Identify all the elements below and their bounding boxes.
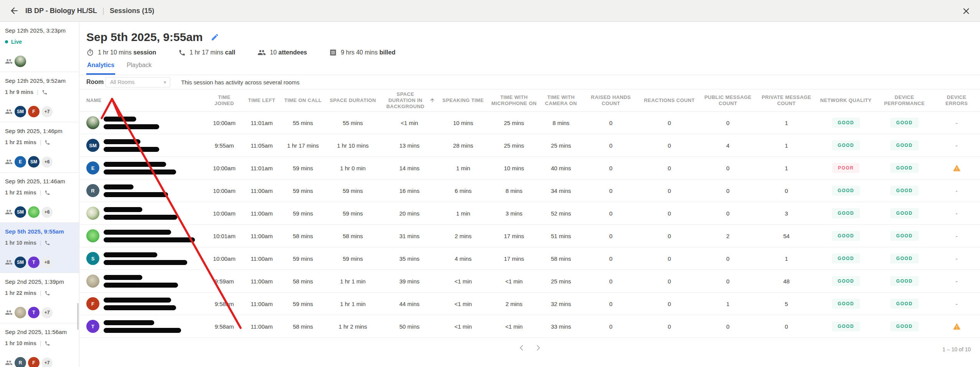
cell [933,315,980,337]
cell: 1 hr 10 mins [325,134,381,156]
cell: 0 [640,157,699,179]
back-button[interactable] [8,4,21,17]
attendee-name-cell [79,270,206,292]
cell: 32 mins [540,293,582,315]
cell: 33 mins [540,315,582,337]
session-date: Sep 9th 2025, 11:46am [5,178,75,184]
sidebar-session-item[interactable]: Sep 12th 2025, 3:23pmLive [0,22,79,72]
redacted-name [104,252,187,265]
cell: <1 min [381,112,438,134]
avatar-initials: SM [15,106,26,117]
session-stat: 1 hr 17 mins call [178,49,235,56]
column-header-label: REACTIONS COUNT [644,97,695,104]
cell: GOOD [876,270,933,292]
cell: 0 [757,179,816,202]
table-row[interactable]: 10:00am11:01am55 mins55 mins<1 min10 min… [79,112,980,134]
redacted-name [104,320,181,333]
cell: 39 mins [381,270,438,292]
edit-title-button[interactable] [210,32,220,42]
cell: 59 mins [281,202,325,224]
column-header-label: NETWORK QUALITY [820,97,872,104]
avatar-initials: T [28,257,40,268]
device-performance-badge: GOOD [890,118,918,128]
divider: | [40,189,41,196]
table-row[interactable]: E10:00am11:01am59 mins1 hr 0 min14 mins1… [79,157,980,179]
cell: 31 mins [381,225,438,247]
warning-icon [953,323,961,331]
cell: 1 min [438,202,488,224]
cell: <1 min [488,270,540,292]
cell: GOOD [876,157,933,179]
stopwatch-icon [86,49,94,56]
table-row[interactable]: S10:00am11:00am59 mins59 mins35 mins4 mi… [79,247,980,270]
table-row[interactable]: F9:58am11:00am59 mins1 hr 1 min44 mins<1… [79,293,980,315]
cell: 0 [582,202,640,224]
session-stats: 1 hr 10 mins session1 hr 17 mins call10 … [86,46,980,59]
pagination-range: 1 – 10 of 10 [942,346,971,352]
cell: 0 [582,179,640,202]
cell: - [933,202,980,224]
column-header-space-duration-in-background[interactable]: SPACE DURATION IN BACKGROUND [381,89,438,111]
attendee-name-cell: T [79,315,206,337]
cell: 34 mins [540,179,582,202]
device-errors-value: - [956,142,958,149]
device-performance-badge: GOOD [890,163,918,173]
cell: 2 mins [438,225,488,247]
tab-playback[interactable]: Playback [126,59,152,75]
device-errors-value: - [956,120,958,126]
stat-text: 9 hrs 40 mins billed [341,49,395,56]
cell: 0 [757,315,816,337]
cell: GOOD [816,247,876,270]
more-attendees-chip: +6 [41,207,53,218]
cell: 14 mins [381,157,438,179]
sidebar-scrollbar-thumb[interactable] [77,303,79,330]
tab-analytics[interactable]: Analytics [86,59,115,75]
cell: - [933,179,980,202]
page-next-button[interactable] [533,343,543,352]
cell: 1 hr 1 min [325,293,381,315]
sidebar-session-item[interactable]: Sep 2nd 2025, 11:56am1 hr 10 mins|RF+7 [0,323,79,367]
sidebar-session-item[interactable]: Sep 12th 2025, 9:52am1 hr 9 mins|SMF+7 [0,72,79,122]
table-row[interactable]: T9:58am11:00am58 mins1 hr 2 mins50 mins<… [79,315,980,338]
sort-asc-icon[interactable] [429,97,435,103]
column-header-label: PUBLIC MESSAGE COUNT [701,94,754,107]
cell: GOOD [816,179,876,202]
cell: GOOD [816,202,876,224]
table-row[interactable]: 9:59am11:00am58 mins1 hr 1 min39 mins<1 … [79,270,980,293]
cell: 58 mins [281,225,325,247]
sidebar-session-item[interactable]: Sep 9th 2025, 11:46am1 hr 21 mins|SM+6 [0,173,79,223]
stat-text: 1 hr 10 mins session [98,49,156,56]
page-prev-button[interactable] [517,343,526,352]
column-header-private-message-count: PRIVATE MESSAGE COUNT [757,89,816,111]
cell: 59 mins [281,179,325,202]
cell: 0 [699,247,757,270]
cell: 17 mins [488,247,540,270]
cell: 58 mins [281,270,325,292]
table-row[interactable]: SM9:55am11:05am1 hr 17 mins1 hr 10 mins1… [79,134,980,157]
cell: 4 [699,134,757,156]
table-row[interactable]: 10:01am11:00am58 mins58 mins31 mins2 min… [79,225,980,247]
close-button[interactable] [959,4,973,18]
cell: 10:00am [206,179,243,202]
attendee-name-cell [79,202,206,224]
room-select[interactable]: All Rooms ▾ [105,77,170,87]
attendee-name-cell: R [79,179,206,202]
sidebar-session-item[interactable]: Sep 2nd 2025, 1:39pm1 hr 22 mins|T+7 [0,273,79,323]
network-quality-badge: GOOD [832,321,860,331]
sidebar-session-item[interactable]: Sep 9th 2025, 1:46pm1 hr 21 mins|ESM+6 [0,122,79,173]
cell: - [933,293,980,315]
session-avatars: SMF+7 [5,106,53,117]
cell: 55 mins [325,112,381,134]
cell: 25 mins [540,270,582,292]
sidebar-session-item[interactable]: Sep 5th 2025, 9:55am1 hr 10 mins|SMT+8 [0,223,79,273]
device-errors-value: - [956,278,958,285]
cell: 11:01am [243,112,281,134]
phone-icon [45,341,50,346]
cell: GOOD [816,112,876,134]
table-row[interactable]: R10:00am11:00am59 mins59 mins16 mins6 mi… [79,179,980,202]
table-row[interactable]: 10:00am11:00am59 mins59 mins20 mins1 min… [79,202,980,225]
cell: 10:00am [206,247,243,270]
room-label: Room [86,79,105,86]
cell: 17 mins [488,225,540,247]
cell: GOOD [816,270,876,292]
